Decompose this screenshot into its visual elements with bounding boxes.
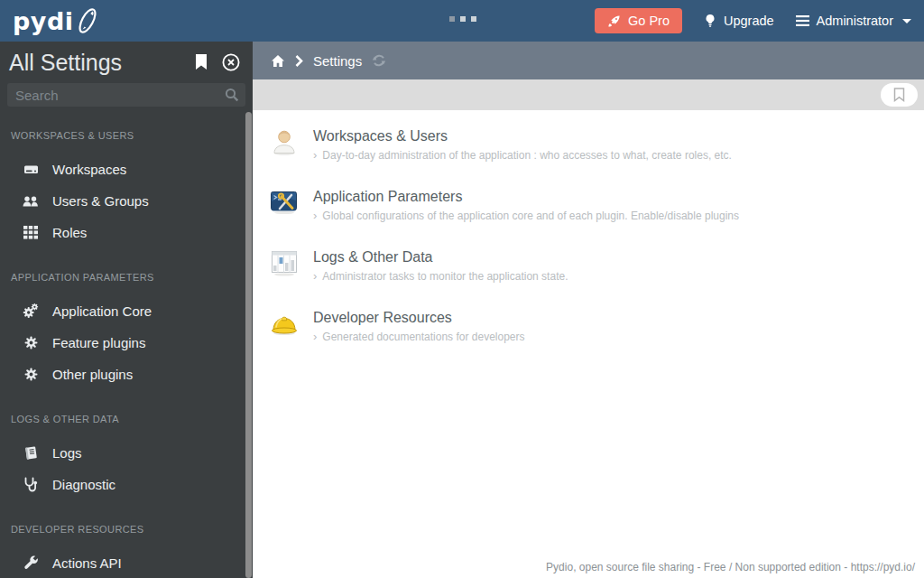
sidebar-item-logs[interactable]: Logs	[0, 437, 253, 469]
bar-chart-icon	[269, 247, 300, 278]
chevron-icon: ›	[313, 270, 317, 282]
sidebar-item-actions-api[interactable]: Actions API	[0, 547, 253, 578]
sidebar-item-label: Other plugins	[52, 367, 133, 382]
category-description: › Generated documentations for developer…	[313, 331, 524, 343]
search-icon	[225, 88, 239, 106]
grid-icon	[23, 226, 39, 239]
sidebar-search	[7, 83, 245, 107]
content-toolbar	[253, 79, 924, 110]
hard-hat-icon	[269, 308, 300, 339]
search-input[interactable]	[7, 83, 245, 107]
sidebar-item-diagnostic[interactable]: Diagnostic	[0, 469, 253, 500]
sidebar-item-workspaces[interactable]: Workspaces	[0, 154, 253, 185]
sidebar-item-users-groups[interactable]: Users & Groups	[0, 185, 253, 217]
user-avatar-icon	[269, 126, 300, 157]
bookmark-icon[interactable]	[195, 54, 208, 70]
hamburger-icon	[796, 15, 809, 26]
sidebar-item-label: Roles	[52, 225, 87, 240]
category-logs-other-data[interactable]: Logs & Other Data › Administrator tasks …	[269, 247, 906, 283]
cogs-icon	[23, 303, 39, 319]
footer-edition-note: Pydio, open source file sharing - Free /…	[546, 561, 915, 573]
category-description: › Administrator tasks to monitor the app…	[313, 270, 568, 283]
section-label: WORKSPACES & USERS	[0, 130, 253, 141]
menu-dots-handle[interactable]	[449, 16, 476, 22]
chevron-icon: ›	[313, 149, 317, 161]
topbar-right: Go Pro Upgrade Administrator	[595, 8, 911, 33]
stethoscope-icon	[23, 477, 39, 492]
go-pro-label: Go Pro	[628, 14, 670, 28]
sidebar-item-label: Actions API	[52, 555, 122, 571]
sidebar-item-label: Logs	[52, 445, 82, 461]
user-menu[interactable]: Administrator	[796, 14, 911, 28]
pydio-rocket-icon	[74, 5, 101, 37]
sidebar-item-label: Users & Groups	[52, 193, 149, 209]
lightbulb-icon	[704, 14, 716, 28]
bookmark-page-button[interactable]	[881, 83, 918, 107]
section-label: LOGS & OTHER DATA	[0, 414, 253, 424]
breadcrumb: Settings	[253, 42, 924, 79]
category-description: › Day-to-day administration of the appli…	[313, 149, 732, 162]
sidebar-section-developer-resources: DEVELOPER RESOURCES Actions API Hooks De…	[0, 524, 253, 578]
sidebar-section-logs-other-data: LOGS & OTHER DATA Logs	[0, 414, 253, 500]
sidebar-item-label: Workspaces	[52, 162, 126, 177]
section-label: DEVELOPER RESOURCES	[0, 524, 253, 535]
sidebar-title: All Settings	[9, 49, 195, 76]
chevron-down-icon	[902, 19, 911, 23]
sidebar-item-feature-plugins[interactable]: Feature plugins	[0, 327, 253, 359]
breadcrumb-page-label: Settings	[313, 53, 362, 69]
sidebar-item-label: Diagnostic	[52, 477, 116, 492]
sidebar-header: All Settings	[0, 42, 253, 76]
chevron-icon: ›	[313, 210, 317, 221]
close-icon[interactable]	[222, 53, 240, 71]
sidebar-section-application-parameters: APPLICATION PARAMETERS	[0, 272, 253, 390]
go-pro-button[interactable]: Go Pro	[595, 8, 682, 33]
hdd-icon	[23, 162, 39, 177]
settings-sidebar: All Settings	[0, 42, 253, 578]
sidebar-item-other-plugins[interactable]: Other plugins	[0, 359, 253, 390]
pydio-logo-text: pydi	[13, 9, 74, 33]
chevron-right-icon	[295, 55, 303, 67]
category-description: › Global configurations of the applicati…	[313, 210, 739, 222]
rocket-icon	[607, 14, 621, 28]
settings-categories: Workspaces & Users › Day-to-day administ…	[253, 110, 924, 343]
cog-icon	[23, 367, 39, 382]
cog-icon	[23, 335, 39, 350]
category-application-parameters[interactable]: Application Parameters › Global configur…	[269, 187, 906, 222]
wrench-icon	[23, 555, 39, 571]
upgrade-link[interactable]: Upgrade	[704, 14, 774, 28]
sidebar-nav: WORKSPACES & USERS Workspaces	[0, 130, 253, 578]
category-workspaces-users[interactable]: Workspaces & Users › Day-to-day administ…	[269, 126, 906, 162]
sidebar-section-workspaces-users: WORKSPACES & USERS Workspaces	[0, 130, 253, 248]
book-icon	[23, 445, 39, 461]
sidebar-item-application-core[interactable]: Application Core	[0, 295, 253, 327]
chevron-icon: ›	[313, 331, 317, 342]
sidebar-scrollbar[interactable]	[245, 112, 252, 578]
home-icon[interactable]	[271, 54, 285, 68]
category-title: Workspaces & Users	[313, 128, 732, 144]
sidebar-item-label: Application Core	[52, 303, 152, 319]
section-label: APPLICATION PARAMETERS	[0, 272, 253, 283]
main-content: Settings	[253, 42, 924, 578]
terminal-tools-icon	[269, 187, 300, 218]
category-title: Application Parameters	[313, 189, 739, 205]
upgrade-label: Upgrade	[724, 14, 774, 28]
users-icon	[23, 194, 39, 209]
category-title: Developer Resources	[313, 310, 524, 326]
sidebar-item-label: Feature plugins	[52, 335, 145, 350]
category-title: Logs & Other Data	[313, 249, 568, 266]
topbar: pydi Go Pro	[0, 0, 924, 42]
sidebar-item-roles[interactable]: Roles	[0, 217, 253, 248]
pydio-logo[interactable]: pydi	[13, 5, 101, 37]
refresh-icon[interactable]	[372, 53, 386, 68]
category-developer-resources[interactable]: Developer Resources › Generated document…	[269, 308, 906, 343]
user-menu-label: Administrator	[817, 14, 893, 28]
